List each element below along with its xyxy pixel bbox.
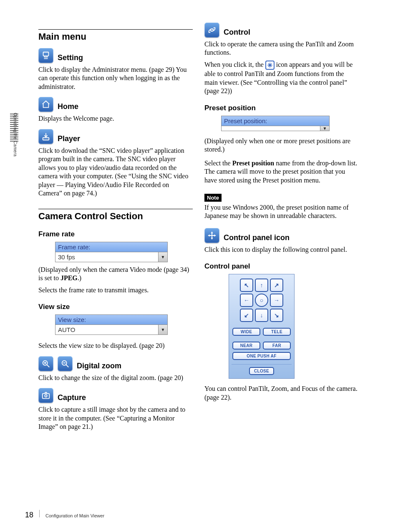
pan-up-button[interactable]: ↑ [255,279,268,292]
page-number: 18 [25,511,33,519]
control-panel: ↖ ↑ ↗ ← ○ → ↙ ↓ ↘ WIDE TELE NEAR FAR ONE… [229,274,295,379]
pan-left-button[interactable]: ← [240,294,253,307]
zoom-wide-button[interactable]: WIDE [232,328,260,336]
close-button[interactable]: CLOSE [249,367,274,375]
focus-near-button[interactable]: NEAR [232,342,260,350]
control-panel-icon [204,228,219,243]
preset-position-label: Preset position: [222,116,329,126]
pan-up-right-button[interactable]: ↗ [270,279,283,292]
view-size-value: AUTO [55,325,158,334]
player-text: Click to download the “SNC video player”… [38,147,193,198]
settings-icon [38,48,53,63]
view-size-text: Selects the view size to be displayed. (… [38,342,193,350]
view-size-label: View size: [55,315,167,324]
preset-note: (Displayed only when one or more preset … [204,137,359,154]
pantilt-inline-icon [265,61,275,70]
frame-rate-text: Selects the frame rate to transmit image… [38,286,193,294]
one-push-af-button[interactable]: ONE PUSH AF [232,352,291,360]
control-text-1: Click to operate the camera using the Pa… [204,40,359,57]
heading-frame-rate: Frame rate [38,230,193,238]
heading-capture: Capture [58,393,86,403]
pan-up-left-button[interactable]: ↖ [240,279,253,292]
zoom-in-icon [38,356,53,371]
pan-down-left-button[interactable]: ↙ [240,309,253,322]
heading-camera-control-section: Camera Control Section [38,209,193,222]
heading-setting: Setting [58,53,83,63]
capture-text: Click to capture a still image shot by t… [38,405,193,431]
preset-text: Select the Preset position name from the… [204,159,359,185]
heading-home: Home [58,102,78,112]
home-text: Displays the Welcome page. [38,114,193,123]
zoom-tele-button[interactable]: TELE [263,328,291,336]
pan-down-right-button[interactable]: ↘ [270,309,283,322]
capture-icon [38,388,53,403]
control-panel-text: You can control PanTilt, Zoom, and Focus… [204,385,359,402]
chevron-down-icon[interactable]: ▼ [158,325,167,334]
heading-control-panel-icon: Control panel icon [224,233,290,243]
preset-position-dropdown[interactable]: Preset position: ▼ [221,116,330,131]
pan-center-button[interactable]: ○ [255,294,268,307]
svg-rect-0 [43,52,49,56]
frame-rate-dropdown[interactable]: Frame rate: 30 fps ▼ [55,242,168,262]
heading-player: Player [58,134,80,144]
frame-rate-value: 30 fps [55,252,158,262]
svg-rect-1 [43,138,49,140]
focus-far-button[interactable]: FAR [263,342,291,350]
side-tab-label: Operating the Camera [13,113,18,157]
preset-position-value [222,126,320,131]
home-icon [38,97,53,112]
heading-control-panel: Control panel [204,262,359,271]
pan-right-button[interactable]: → [270,294,283,307]
chevron-down-icon[interactable]: ▼ [320,126,329,131]
player-icon [38,129,53,144]
view-size-dropdown[interactable]: View size: AUTO ▼ [55,314,168,335]
page-footer: 18 Configuration of Main Viewer [25,510,104,519]
control-panel-icon-text: Click this icon to display the following… [204,246,359,254]
pan-down-button[interactable]: ↓ [255,309,268,322]
heading-preset-position: Preset position [204,104,359,112]
frame-rate-label: Frame rate: [55,242,167,252]
note-badge: Note [204,194,222,202]
digital-zoom-text: Click to change the size of the digital … [38,374,193,382]
svg-rect-6 [211,29,213,31]
chevron-down-icon[interactable]: ▼ [158,252,167,262]
frame-rate-note: (Displayed only when the camera Video mo… [38,266,193,283]
zoom-out-icon [58,356,73,371]
heading-control: Control [224,28,250,38]
heading-digital-zoom: Digital zoom [77,362,121,371]
note-text: If you use Windows 2000, the preset posi… [204,203,359,220]
control-icon [204,23,219,38]
setting-text: Click to display the Administrator menu.… [38,66,193,91]
footer-crumb: Configuration of Main Viewer [45,513,104,518]
heading-main-menu: Main menu [38,29,193,42]
control-text-2: When you click it, the icon appears and … [204,61,359,96]
svg-rect-4 [43,393,50,398]
heading-view-size: View size [38,303,193,311]
svg-point-5 [45,395,47,397]
